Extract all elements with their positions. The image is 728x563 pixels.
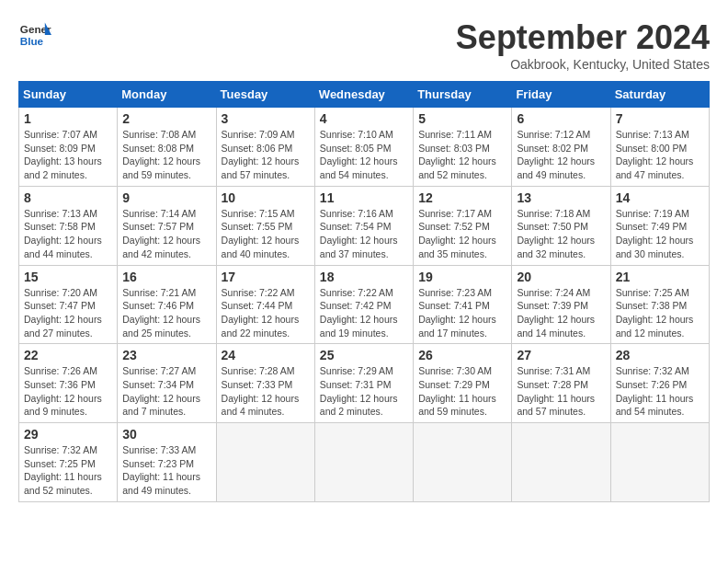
calendar-cell: 17 Sunrise: 7:22 AM Sunset: 7:44 PM Dayl…: [216, 265, 314, 344]
day-info: Sunrise: 7:09 AM Sunset: 8:06 PM Dayligh…: [222, 128, 310, 182]
weekday-header-row: Sunday Monday Tuesday Wednesday Thursday…: [19, 82, 710, 108]
day-number: 11: [320, 190, 408, 205]
day-number: 7: [616, 111, 704, 126]
day-number: 27: [517, 348, 605, 362]
day-number: 25: [320, 348, 408, 362]
day-number: 19: [418, 270, 506, 284]
calendar-cell: 15 Sunrise: 7:20 AM Sunset: 7:47 PM Dayl…: [19, 265, 118, 344]
calendar-cell: 20 Sunrise: 7:24 AM Sunset: 7:39 PM Dayl…: [512, 265, 610, 344]
calendar-row-4: 29 Sunrise: 7:32 AM Sunset: 7:25 PM Dayl…: [19, 423, 710, 502]
calendar-cell: 16 Sunrise: 7:21 AM Sunset: 7:46 PM Dayl…: [118, 265, 216, 344]
day-info: Sunrise: 7:29 AM Sunset: 7:31 PM Dayligh…: [320, 364, 408, 419]
day-number: 13: [517, 190, 605, 205]
calendar-cell: [414, 423, 512, 502]
svg-text:Blue: Blue: [20, 35, 44, 47]
day-number: 1: [24, 111, 112, 126]
calendar-cell: 10 Sunrise: 7:15 AM Sunset: 7:55 PM Dayl…: [216, 186, 314, 265]
calendar-cell: 28 Sunrise: 7:32 AM Sunset: 7:26 PM Dayl…: [610, 344, 709, 423]
calendar-cell: 22 Sunrise: 7:26 AM Sunset: 7:36 PM Dayl…: [19, 344, 118, 423]
day-info: Sunrise: 7:13 AM Sunset: 8:00 PM Dayligh…: [616, 128, 704, 182]
day-number: 21: [616, 270, 704, 284]
header-saturday: Saturday: [610, 82, 709, 108]
calendar-row-3: 22 Sunrise: 7:26 AM Sunset: 7:36 PM Dayl…: [19, 344, 710, 423]
day-info: Sunrise: 7:24 AM Sunset: 7:39 PM Dayligh…: [517, 286, 605, 340]
header-monday: Monday: [118, 82, 216, 108]
day-info: Sunrise: 7:28 AM Sunset: 7:33 PM Dayligh…: [222, 364, 310, 419]
calendar-cell: [314, 423, 413, 502]
calendar-cell: 11 Sunrise: 7:16 AM Sunset: 7:54 PM Dayl…: [314, 186, 413, 265]
page-header: General Blue September 2024 Oakbrook, Ke…: [18, 18, 710, 72]
calendar-cell: 6 Sunrise: 7:12 AM Sunset: 8:02 PM Dayli…: [512, 108, 610, 187]
day-info: Sunrise: 7:15 AM Sunset: 7:55 PM Dayligh…: [222, 207, 310, 261]
calendar-cell: 2 Sunrise: 7:08 AM Sunset: 8:08 PM Dayli…: [118, 108, 216, 187]
calendar-cell: 9 Sunrise: 7:14 AM Sunset: 7:57 PM Dayli…: [118, 186, 216, 265]
calendar-table: Sunday Monday Tuesday Wednesday Thursday…: [18, 81, 710, 502]
day-info: Sunrise: 7:30 AM Sunset: 7:29 PM Dayligh…: [418, 364, 506, 419]
calendar-cell: 1 Sunrise: 7:07 AM Sunset: 8:09 PM Dayli…: [19, 108, 118, 187]
day-number: 24: [222, 348, 310, 362]
day-info: Sunrise: 7:08 AM Sunset: 8:08 PM Dayligh…: [122, 128, 210, 182]
calendar-cell: 30 Sunrise: 7:33 AM Sunset: 7:23 PM Dayl…: [118, 423, 216, 502]
day-info: Sunrise: 7:19 AM Sunset: 7:49 PM Dayligh…: [616, 207, 704, 261]
calendar-cell: [216, 423, 314, 502]
day-info: Sunrise: 7:20 AM Sunset: 7:47 PM Dayligh…: [24, 286, 112, 340]
day-number: 5: [418, 111, 506, 126]
day-info: Sunrise: 7:07 AM Sunset: 8:09 PM Dayligh…: [24, 128, 112, 182]
day-info: Sunrise: 7:18 AM Sunset: 7:50 PM Dayligh…: [517, 207, 605, 261]
month-title: September 2024: [456, 18, 710, 57]
day-number: 14: [616, 190, 704, 205]
calendar-cell: 5 Sunrise: 7:11 AM Sunset: 8:03 PM Dayli…: [414, 108, 512, 187]
calendar-cell: 14 Sunrise: 7:19 AM Sunset: 7:49 PM Dayl…: [610, 186, 709, 265]
calendar-cell: 26 Sunrise: 7:30 AM Sunset: 7:29 PM Dayl…: [414, 344, 512, 423]
day-number: 22: [24, 348, 112, 362]
day-info: Sunrise: 7:21 AM Sunset: 7:46 PM Dayligh…: [122, 286, 210, 340]
day-number: 30: [122, 427, 210, 442]
header-friday: Friday: [512, 82, 610, 108]
calendar-cell: 18 Sunrise: 7:22 AM Sunset: 7:42 PM Dayl…: [314, 265, 413, 344]
day-info: Sunrise: 7:17 AM Sunset: 7:52 PM Dayligh…: [418, 207, 506, 261]
title-area: September 2024 Oakbrook, Kentucky, Unite…: [456, 18, 710, 72]
calendar-cell: 24 Sunrise: 7:28 AM Sunset: 7:33 PM Dayl…: [216, 344, 314, 423]
day-number: 8: [24, 190, 112, 205]
calendar-cell: 21 Sunrise: 7:25 AM Sunset: 7:38 PM Dayl…: [610, 265, 709, 344]
header-sunday: Sunday: [19, 82, 118, 108]
day-info: Sunrise: 7:12 AM Sunset: 8:02 PM Dayligh…: [517, 128, 605, 182]
header-thursday: Thursday: [414, 82, 512, 108]
location-title: Oakbrook, Kentucky, United States: [456, 57, 710, 72]
day-number: 9: [122, 190, 210, 205]
calendar-cell: 13 Sunrise: 7:18 AM Sunset: 7:50 PM Dayl…: [512, 186, 610, 265]
calendar-row-2: 15 Sunrise: 7:20 AM Sunset: 7:47 PM Dayl…: [19, 265, 710, 344]
calendar-cell: 4 Sunrise: 7:10 AM Sunset: 8:05 PM Dayli…: [314, 108, 413, 187]
day-number: 10: [222, 190, 310, 205]
day-number: 6: [517, 111, 605, 126]
day-info: Sunrise: 7:27 AM Sunset: 7:34 PM Dayligh…: [122, 364, 210, 419]
calendar-cell: 3 Sunrise: 7:09 AM Sunset: 8:06 PM Dayli…: [216, 108, 314, 187]
day-info: Sunrise: 7:10 AM Sunset: 8:05 PM Dayligh…: [320, 128, 408, 182]
day-info: Sunrise: 7:14 AM Sunset: 7:57 PM Dayligh…: [122, 207, 210, 261]
calendar-cell: [512, 423, 610, 502]
header-tuesday: Tuesday: [216, 82, 314, 108]
calendar-row-0: 1 Sunrise: 7:07 AM Sunset: 8:09 PM Dayli…: [19, 108, 710, 187]
day-number: 23: [122, 348, 210, 362]
day-info: Sunrise: 7:31 AM Sunset: 7:28 PM Dayligh…: [517, 364, 605, 419]
day-number: 28: [616, 348, 704, 362]
day-number: 4: [320, 111, 408, 126]
calendar-cell: 25 Sunrise: 7:29 AM Sunset: 7:31 PM Dayl…: [314, 344, 413, 423]
day-info: Sunrise: 7:22 AM Sunset: 7:44 PM Dayligh…: [222, 286, 310, 340]
day-info: Sunrise: 7:25 AM Sunset: 7:38 PM Dayligh…: [616, 286, 704, 340]
day-info: Sunrise: 7:16 AM Sunset: 7:54 PM Dayligh…: [320, 207, 408, 261]
day-number: 12: [418, 190, 506, 205]
calendar-cell: 7 Sunrise: 7:13 AM Sunset: 8:00 PM Dayli…: [610, 108, 709, 187]
day-info: Sunrise: 7:13 AM Sunset: 7:58 PM Dayligh…: [24, 207, 112, 261]
day-number: 26: [418, 348, 506, 362]
logo: General Blue: [18, 18, 51, 52]
calendar-body: 1 Sunrise: 7:07 AM Sunset: 8:09 PM Dayli…: [19, 108, 710, 502]
day-info: Sunrise: 7:32 AM Sunset: 7:26 PM Dayligh…: [616, 364, 704, 419]
calendar-cell: [610, 423, 709, 502]
day-info: Sunrise: 7:26 AM Sunset: 7:36 PM Dayligh…: [24, 364, 112, 419]
day-number: 17: [222, 270, 310, 284]
logo-icon: General Blue: [18, 18, 51, 52]
header-wednesday: Wednesday: [314, 82, 413, 108]
day-number: 15: [24, 270, 112, 284]
calendar-cell: 8 Sunrise: 7:13 AM Sunset: 7:58 PM Dayli…: [19, 186, 118, 265]
